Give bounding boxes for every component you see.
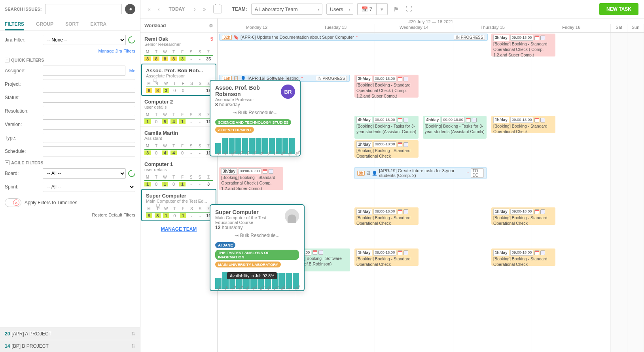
calendar-jump-icon[interactable] bbox=[213, 5, 222, 13]
week-num: 7 bbox=[369, 6, 372, 12]
sort-handle-icon[interactable]: ⇅ bbox=[131, 343, 135, 349]
day-header: Sun bbox=[627, 24, 644, 32]
booking-card[interactable]: 1h/day09:00-18:00 [Booking] Booking - St… bbox=[354, 207, 419, 225]
resource-comp1[interactable]: Computer 1 user details MTWTFSSΣ 10101--… bbox=[140, 158, 217, 189]
users-select[interactable]: Users bbox=[326, 4, 353, 15]
day-header: Thursday 15 bbox=[453, 24, 532, 32]
booking-card[interactable]: 3h/day09:00-18:00 [Booking] Booking - St… bbox=[491, 34, 555, 56]
tab-extra[interactable]: EXTRA bbox=[90, 18, 106, 30]
resource-comp2[interactable]: Computer 2 user details MTWTFSSΣ 10541--… bbox=[140, 96, 217, 127]
fullscreen-icon[interactable]: ⛶ bbox=[404, 4, 414, 14]
status-input[interactable] bbox=[43, 92, 135, 103]
day-header: Sat bbox=[611, 24, 627, 32]
priority-icon: ⌃ bbox=[356, 35, 359, 40]
filter-tabs: FILTERS GROUP SORT EXTRA bbox=[0, 18, 140, 31]
calendar-icon bbox=[398, 142, 402, 147]
sort-handle-icon[interactable]: ⇅ bbox=[131, 331, 135, 337]
gear-icon[interactable]: ⚙ bbox=[209, 23, 213, 28]
grid-icon bbox=[269, 169, 273, 174]
apply-filters-toggle[interactable]: ✕ bbox=[5, 198, 21, 207]
bulk-reschedule-link[interactable]: ⇥ Bulk Reschedule... bbox=[215, 107, 295, 118]
booking-card[interactable]: 4h/day09:00-18:00 [Booking] Booking - Ta… bbox=[423, 116, 487, 139]
new-task-button[interactable]: NEW TASK bbox=[599, 3, 638, 15]
board-select[interactable]: -- All -- bbox=[43, 168, 126, 179]
resource-bob[interactable]: Assoc. Prof. Bob Rob... Associate Profes… bbox=[141, 64, 216, 96]
resource-camila[interactable]: Camila Martin0 Assistant MTWTFSSΣ 30440-… bbox=[140, 127, 217, 158]
flag-icon[interactable]: ⚑ bbox=[392, 4, 400, 15]
grid-icon bbox=[403, 142, 408, 147]
manage-team-link[interactable]: MANAGE TEAM bbox=[161, 226, 197, 232]
team-label: TEAM: bbox=[232, 6, 247, 12]
tab-group[interactable]: GROUP bbox=[36, 18, 53, 30]
refresh-board-icon[interactable] bbox=[127, 168, 136, 178]
schedule-label: Schedule: bbox=[5, 149, 40, 154]
type-input[interactable] bbox=[43, 133, 135, 143]
refresh-icon[interactable] bbox=[127, 35, 136, 45]
nav-first-icon[interactable]: « bbox=[146, 4, 152, 14]
team-select[interactable]: A Laboratory Team bbox=[251, 4, 322, 15]
restore-default-filters-link[interactable]: Restore Default Filters bbox=[5, 210, 135, 221]
tab-filters[interactable]: FILTERS bbox=[5, 18, 24, 30]
booking-card[interactable]: 1h/day09:00-18:00 [Booking] Booking - St… bbox=[491, 116, 555, 133]
jira-filter-select[interactable]: -- None -- bbox=[43, 35, 126, 45]
resource-remi[interactable]: Remi Oak5 Senior Researcher MTWTFSSΣ 888… bbox=[140, 33, 217, 64]
tag: SCIENCE AND TECHNOLOGY STUDIES bbox=[215, 119, 291, 125]
assignee-input[interactable] bbox=[43, 66, 125, 76]
booking-card[interactable]: 3h/day09:00-18:00 [Booking] Booking - St… bbox=[219, 167, 283, 190]
calendar-icon: 📅 bbox=[362, 6, 368, 12]
search-input[interactable] bbox=[45, 4, 122, 14]
booking-card[interactable]: 1h/day09:00-18:00 [Booking] Booking - St… bbox=[491, 207, 555, 225]
assignee-label: Assignee: bbox=[5, 68, 40, 73]
nav-next-icon[interactable]: › bbox=[192, 4, 197, 14]
bob-load-chart: JunJulAugSepOctNovDecJanFebMarAprMay bbox=[215, 134, 295, 154]
nav-prev-icon[interactable]: ‹ bbox=[156, 4, 161, 14]
calendar-icon bbox=[398, 77, 402, 81]
day-header: Friday 16 bbox=[532, 24, 611, 32]
person-icon: 👤 bbox=[372, 171, 377, 176]
task-apr19[interactable]: 8h☑👤 [APR-19] Create future tasks for 3-… bbox=[354, 167, 487, 179]
grid-icon bbox=[540, 118, 545, 122]
resource-super[interactable]: Super Computer Main Computer of the Test… bbox=[141, 189, 216, 221]
sprint-select[interactable]: -- All -- bbox=[43, 182, 135, 192]
collapse-agile-filters-icon[interactable]: − bbox=[5, 160, 9, 165]
priority-icon: ⌃ bbox=[466, 171, 469, 175]
booking-card[interactable]: 1h/day09:00-18:00 [Booking] Booking - St… bbox=[491, 248, 555, 266]
bookmark-icon: 🔖 bbox=[233, 35, 239, 40]
schedule-input[interactable] bbox=[43, 146, 135, 156]
booking-card[interactable]: 1h/day09:00-18:00 [Booking] Booking - St… bbox=[354, 248, 419, 266]
apply-filters-label: Apply Filters to Timelines bbox=[25, 200, 77, 205]
board-label: Board: bbox=[5, 171, 40, 176]
manage-jira-filters-link[interactable]: Manage Jira Filters bbox=[98, 49, 135, 53]
resolution-input[interactable] bbox=[43, 106, 135, 116]
booking-card[interactable]: 1h/day09:00-18:00 [Booking] Booking - St… bbox=[354, 140, 419, 158]
bulk-reschedule-link[interactable]: ⇥ Bulk Reschedule... bbox=[215, 230, 299, 241]
grid-icon bbox=[403, 118, 408, 122]
nav-last-icon[interactable]: » bbox=[201, 4, 208, 14]
booking-card[interactable]: 3h/day09:00-18:00 [Booking] Booking - St… bbox=[354, 75, 419, 98]
toolbar: « ‹ TODAY › » TEAM: A Laboratory Team Us… bbox=[140, 0, 644, 19]
grid-icon bbox=[318, 250, 323, 255]
project-row-a[interactable]: 20[APR] A PROJECT ⇅ bbox=[0, 328, 140, 340]
search-go-button[interactable] bbox=[125, 4, 135, 14]
grid-icon bbox=[540, 36, 545, 40]
project-input[interactable] bbox=[43, 79, 135, 89]
booking-card[interactable]: 4h/day09:00-18:00 [Booking] Booking - Ta… bbox=[354, 116, 419, 139]
chevron-down-icon[interactable]: ▾ bbox=[376, 4, 387, 15]
avatar: BR bbox=[281, 85, 295, 99]
priority-icon: ⌃ bbox=[300, 76, 303, 81]
calendar-icon bbox=[398, 118, 402, 122]
grid-icon bbox=[540, 209, 545, 214]
grid-icon bbox=[540, 250, 545, 255]
tab-sort[interactable]: SORT bbox=[65, 18, 78, 30]
task-apr6[interactable]: 32h🔖 [APR-6] Update the Documentation ab… bbox=[219, 34, 488, 41]
resolution-label: Resolution: bbox=[5, 108, 40, 114]
collapse-quick-filters-icon[interactable]: − bbox=[5, 58, 9, 62]
project-label: [APR] A PROJECT bbox=[11, 331, 51, 337]
assignee-me-link[interactable]: Me bbox=[129, 68, 135, 73]
popover-super: Super Computer Main Computer of the Test… bbox=[210, 204, 305, 291]
today-button[interactable]: TODAY bbox=[165, 4, 188, 14]
project-row-b[interactable]: 14[BP] B PROJECT ⇅ bbox=[0, 340, 140, 352]
week-range-split[interactable]: 📅7 ▾ bbox=[357, 3, 388, 15]
day-header: Tuesday 13 bbox=[296, 24, 375, 32]
version-input[interactable] bbox=[43, 119, 135, 130]
